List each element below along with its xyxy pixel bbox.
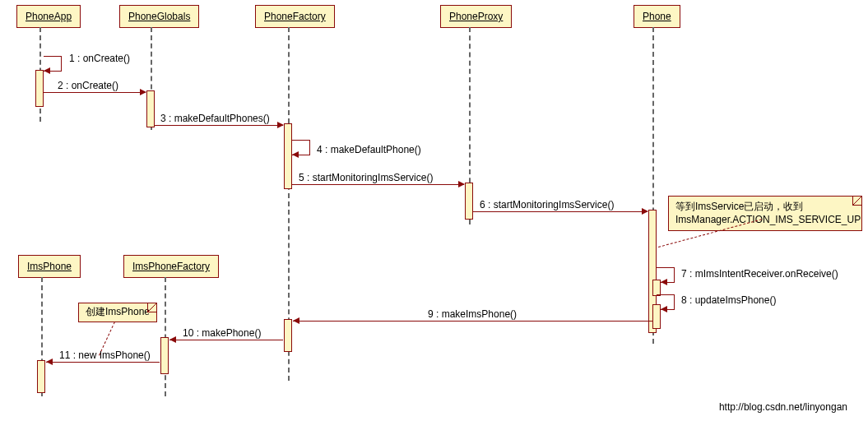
arrow-m10 bbox=[169, 340, 283, 340]
participant-imsphonefactory: ImsPhoneFactory bbox=[123, 255, 219, 278]
activation-phoneproxy bbox=[465, 183, 473, 220]
label-m9: 9 : makeImsPhone() bbox=[428, 308, 517, 320]
note-ims-service: 等到ImsService已启动，收到 ImsManager.ACTION_IMS… bbox=[668, 196, 862, 231]
arrowhead-m11 bbox=[46, 359, 53, 365]
arrow-m9 bbox=[293, 321, 652, 322]
arrowhead-m2 bbox=[140, 89, 146, 95]
note-line2: ImsManager.ACTION_IMS_SERVICE_UP bbox=[675, 214, 855, 227]
activation-imsphonefactory bbox=[160, 337, 169, 374]
label-m1: 1 : onCreate() bbox=[69, 53, 130, 64]
arrowhead-m4 bbox=[292, 151, 299, 158]
activation-phone-inner1 bbox=[652, 280, 661, 296]
note-line1: 等到ImsService已启动，收到 bbox=[675, 201, 855, 214]
arrow-m5 bbox=[292, 184, 464, 185]
arrow-m6 bbox=[473, 211, 648, 212]
label-m10: 10 : makePhone() bbox=[183, 327, 261, 339]
arrow-m3 bbox=[155, 125, 283, 126]
participant-phonefactory: PhoneFactory bbox=[255, 5, 335, 28]
label-m6: 6 : startMonitoringImsService() bbox=[480, 199, 614, 210]
label-m4: 4 : makeDefaultPhone() bbox=[317, 144, 421, 155]
label-m8: 8 : updateImsPhone() bbox=[681, 294, 776, 306]
arrow-m11 bbox=[46, 362, 160, 363]
arrowhead-m8 bbox=[661, 306, 667, 312]
participant-imsphone: ImsPhone bbox=[18, 255, 81, 278]
label-m5: 5 : startMonitoringImsService() bbox=[299, 172, 433, 183]
participant-phoneapp: PhoneApp bbox=[16, 5, 81, 28]
arrowhead-m5 bbox=[458, 181, 465, 187]
participant-phoneproxy: PhoneProxy bbox=[440, 5, 512, 28]
label-m2: 2 : onCreate() bbox=[58, 80, 118, 91]
note-create-imsphone: 创建ImsPhone bbox=[78, 303, 157, 322]
footer-url: http://blog.csdn.net/linyongan bbox=[719, 401, 847, 413]
label-m3: 3 : makeDefaultPhones() bbox=[160, 113, 270, 124]
arrowhead-m1 bbox=[44, 67, 50, 74]
activation-phoneglobals bbox=[146, 90, 155, 127]
label-m7: 7 : mImsIntentReceiver.onReceive() bbox=[681, 268, 838, 280]
arrowhead-m7 bbox=[661, 279, 667, 285]
arrowhead-m6 bbox=[642, 208, 648, 215]
arrow-m2 bbox=[44, 92, 146, 93]
label-m11: 11 : new ImsPhone() bbox=[59, 349, 151, 361]
arrowhead-m9 bbox=[293, 317, 299, 324]
participant-phone: Phone bbox=[634, 5, 680, 28]
activation-imsphone bbox=[37, 360, 45, 393]
activation-phonefactory-1 bbox=[284, 123, 292, 189]
participant-phoneglobals: PhoneGlobals bbox=[119, 5, 199, 28]
arrowhead-m3 bbox=[277, 122, 284, 128]
arrowhead-m10 bbox=[169, 336, 176, 343]
activation-phonefactory-2 bbox=[284, 319, 292, 352]
activation-phoneapp bbox=[35, 70, 44, 107]
